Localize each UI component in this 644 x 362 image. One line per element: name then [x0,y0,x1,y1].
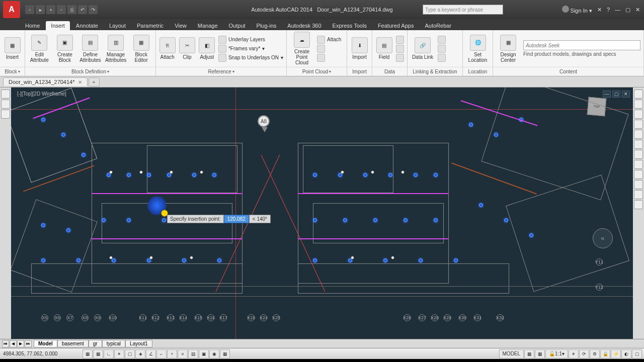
vp-close-icon[interactable]: ✕ [622,90,630,98]
sb-hardware-accel-icon[interactable]: ⚡ [611,349,621,358]
sb-quickview-layouts-icon[interactable]: ▦ [524,349,534,358]
nav-orbit-icon[interactable] [634,120,643,129]
tool-r9[interactable] [634,170,643,179]
drawing-canvas[interactable]: [-][Top][2D Wireframe] — ▢ ✕ A8 TOP N [11,87,633,339]
sb-toolbar-lock-icon[interactable]: 🔒 [600,349,610,358]
exchange-icon[interactable]: ✕ [597,7,602,13]
data-ico1[interactable] [396,36,404,44]
tab-plugins[interactable]: Plug-ins [252,21,282,30]
sb-cleanscreen-icon[interactable]: ▢ [632,349,642,358]
tab-manage[interactable]: Manage [193,21,223,30]
undo-icon[interactable]: ↶ [78,5,87,14]
layout-tab-model[interactable]: Model [34,340,57,347]
tab-layout[interactable]: Layout [104,21,131,30]
sb-tpy-icon[interactable]: ▤ [188,349,198,358]
sb-snap-icon[interactable]: ▦ [83,349,93,358]
signin-button[interactable]: Sign In ▾ [562,6,592,14]
edit-attribute-button[interactable]: ✎Edit Attribute [28,35,51,63]
file-tab-active[interactable]: Door_win_A1234_270414*✕ [3,77,88,86]
sb-workspace-icon[interactable]: ⚙ [590,349,600,358]
layout-tab-layout1[interactable]: Layout1 [125,340,152,347]
sb-otrack-icon[interactable]: ∠ [146,349,156,358]
help-icon[interactable]: ? [607,7,610,13]
tab-home[interactable]: Home [20,21,45,30]
attach-button[interactable]: ⎘Attach [159,37,176,60]
datalink-button[interactable]: 🔗Data Link [411,37,435,60]
tool-l2[interactable] [1,100,10,109]
sb-autoscale-icon[interactable]: ⟳ [579,349,589,358]
underlay-layers-button[interactable]: Underlay Layers [218,36,283,44]
redo-icon[interactable]: ↷ [89,5,98,14]
plot-icon[interactable]: ⎙ [67,5,76,14]
nav-zoom-icon[interactable] [634,110,643,119]
link-ico1[interactable] [438,36,446,44]
tab-view[interactable]: View [170,21,192,30]
pc-icon3[interactable] [317,54,325,62]
panel-block-title[interactable]: Block [0,67,25,76]
sb-osnap-icon[interactable]: ▢ [125,349,135,358]
tool-l3[interactable] [1,110,10,119]
close-icon[interactable]: ✕ [635,7,640,13]
nav-wheel-icon[interactable] [634,89,643,99]
tool-r11[interactable] [634,190,643,199]
create-pointcloud-button[interactable]: ☁Create Point Cloud [290,32,314,65]
new-tab-button[interactable]: + [89,77,100,86]
tool-r12[interactable] [634,200,643,209]
nav-showmotion-icon[interactable] [634,130,643,139]
prompt-distance-input[interactable]: 120.082 [224,215,249,223]
link-ico2[interactable] [438,45,446,53]
clip-button[interactable]: ✂Clip [179,37,195,60]
adjust-button[interactable]: ◧Adjust [199,37,215,60]
sb-am-icon[interactable]: ▦ [220,349,230,358]
geomarker-pin[interactable]: A8 [258,115,272,133]
tool-r6[interactable] [634,140,643,149]
tab-expresstools[interactable]: Express Tools [328,21,372,30]
layout-last-icon[interactable]: ⏭ [25,340,32,347]
snap-underlays-dropdown[interactable]: Snap to Underlays ON ▾ [218,54,283,62]
frames-vary-dropdown[interactable]: *Frames vary* ▾ [218,45,283,53]
tab-annotate[interactable]: Annotate [71,21,103,30]
sb-ortho-icon[interactable]: ∟ [104,349,114,358]
tool-r8[interactable] [634,160,643,169]
panel-reference-title[interactable]: Reference [156,67,286,76]
data-ico3[interactable] [396,54,404,62]
tab-insert[interactable]: Insert [46,21,70,30]
tab-autorebar[interactable]: AutoRebar [420,21,456,30]
close-tab-icon[interactable]: ✕ [78,79,82,85]
autodesk-seek-search[interactable] [523,40,640,50]
link-ico3[interactable] [438,54,446,62]
sb-quickview-drawings-icon[interactable]: ▦ [535,349,545,358]
sb-sc-icon[interactable]: ◉ [209,349,219,358]
nav-pan-icon[interactable] [634,100,643,109]
attach-pointcloud-button[interactable]: Attach [317,36,341,44]
sb-dyn-icon[interactable]: + [167,349,177,358]
annotation-scale-dropdown[interactable]: 🔓 1:1 ▾ [545,349,568,358]
tab-output[interactable]: Output [224,21,251,30]
vp-max-icon[interactable]: ▢ [612,90,620,98]
app-logo[interactable]: A [3,1,20,18]
pc-icon2[interactable] [317,45,325,53]
sb-lwt-icon[interactable]: ≡ [178,349,188,358]
modelspace-button[interactable]: MODEL [499,349,524,358]
tab-autodesk360[interactable]: Autodesk 360 [282,21,326,30]
tab-featuredapps[interactable]: Featured Apps [373,21,419,30]
design-center-button[interactable]: ▦Design Center [496,35,520,63]
layout-tab-gr[interactable]: gr [89,340,102,347]
panel-blockdef-title[interactable]: Block Definition [25,67,155,76]
new-icon[interactable]: ▫ [25,5,34,14]
sb-ducs-icon[interactable]: ⌐ [156,349,167,358]
manage-attributes-button[interactable]: ▥Manage Attributes [105,35,127,63]
create-block-button[interactable]: ▣Create Block [54,35,76,63]
maximize-icon[interactable]: ▢ [625,7,630,13]
saveas-icon[interactable]: ▫ [57,5,66,14]
insert-block-button[interactable]: ▦Insert [3,37,22,60]
tool-l1[interactable] [1,89,10,99]
layout-prev-icon[interactable]: ◀ [10,340,17,347]
vp-min-icon[interactable]: — [603,90,611,98]
tool-r10[interactable] [634,180,643,189]
sb-grid-icon[interactable]: ▦ [93,349,103,358]
layout-first-icon[interactable]: ⏮ [2,340,9,347]
tool-r7[interactable] [634,150,643,159]
set-location-button[interactable]: 🌐Set Location [466,35,490,63]
layout-tab-typical[interactable]: typical [102,340,125,347]
